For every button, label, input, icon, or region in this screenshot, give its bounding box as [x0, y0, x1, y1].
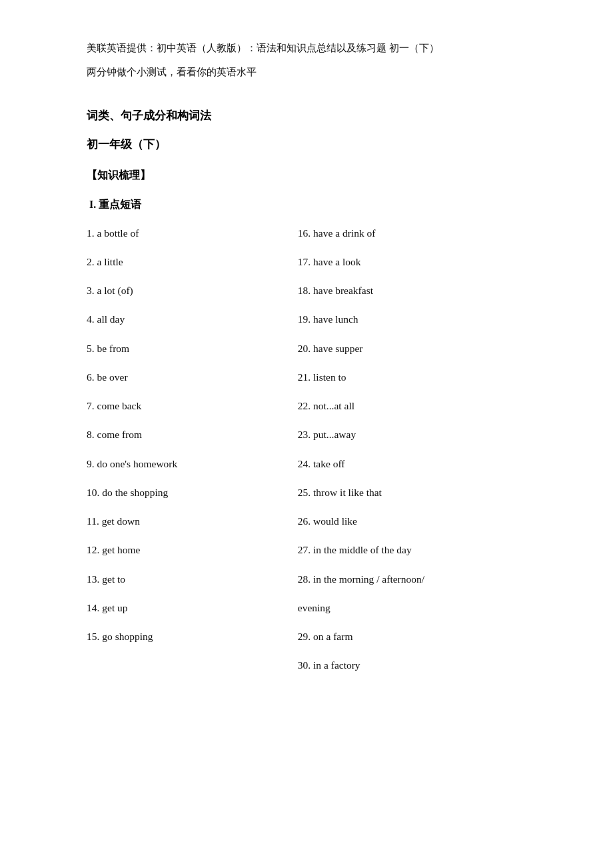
list-item: 12. get home [87, 542, 298, 557]
list-item: 19. have lunch [298, 311, 526, 327]
list-item: 22. not...at all [298, 398, 526, 413]
list-item: 13. get to [87, 571, 298, 587]
list-item: 29. on a farm [298, 629, 526, 644]
list-item: 6. be over [87, 369, 298, 385]
list-item: 26. would like [298, 513, 526, 529]
part-title: I. 重点短语 [87, 196, 526, 213]
list-item: 20. have supper [298, 341, 526, 356]
list-item: 9. do one's homework [87, 456, 298, 471]
list-item: 24. take off [298, 456, 526, 471]
list-item: 18. have breakfast [298, 283, 526, 298]
list-item: 16. have a drink of [298, 225, 526, 241]
list-item: 5. be from [87, 341, 298, 356]
list-item: 15. go shopping [87, 629, 298, 644]
list-item: 21. listen to [298, 369, 526, 385]
list-item: 17. have a look [298, 254, 526, 269]
list-item: 3. a lot (of) [87, 283, 298, 298]
list-item: 10. do the shopping [87, 485, 298, 500]
header-line1: 美联英语提供：初中英语（人教版）：语法和知识点总结以及练习题 初一（下） [87, 40, 526, 56]
list-item: 14. get up [87, 600, 298, 615]
list-item: 28. in the morning / afternoon/ [298, 571, 524, 587]
list-item: 2. a little [87, 254, 298, 269]
list-item: 25. throw it like that [298, 485, 526, 500]
knowledge-box: 【知识梳理】 [87, 167, 526, 184]
header-line2: 两分钟做个小测试，看看你的英语水平 [87, 64, 526, 80]
right-column: 16. have a drink of 17. have a look 18. … [298, 225, 526, 687]
list-item: 11. get down [87, 513, 298, 529]
list-item: 7. come back [87, 398, 298, 413]
list-item: 4. all day [87, 311, 298, 327]
list-item: 27. in the middle of the day [298, 542, 526, 557]
list-item: 30. in a factory [298, 657, 526, 673]
list-item: 1. a bottle of [87, 225, 298, 241]
section-title: 词类、句子成分和构词法 [87, 107, 526, 125]
phrases-columns: 1. a bottle of 2. a little 3. a lot (of)… [87, 225, 526, 687]
grade-title: 初一年级（下） [87, 135, 526, 153]
list-item-continuation: evening [298, 600, 526, 615]
list-item: 8. come from [87, 427, 298, 442]
left-column: 1. a bottle of 2. a little 3. a lot (of)… [87, 225, 298, 687]
list-item: 23. put...away [298, 427, 526, 442]
